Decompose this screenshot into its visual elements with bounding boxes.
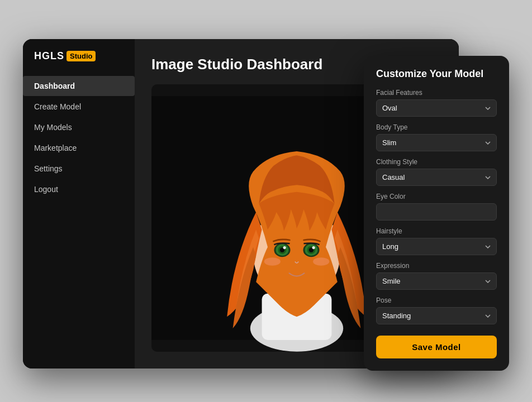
svg-point-15 bbox=[264, 257, 281, 266]
save-model-button[interactable]: Save Model bbox=[376, 336, 497, 358]
sidebar-item-logout[interactable]: Logout bbox=[23, 179, 135, 199]
expression-label: Expression bbox=[376, 262, 497, 270]
sidebar-item-create-model[interactable]: Create Model bbox=[23, 97, 135, 117]
eye-color-group: Eye Color bbox=[376, 193, 497, 221]
sidebar-item-settings[interactable]: Settings bbox=[23, 159, 135, 179]
hairstyle-group: Hairstyle Long Short Medium Curly Straig… bbox=[376, 227, 497, 255]
logo-area: HGLS Studio bbox=[23, 50, 135, 75]
body-type-label: Body Type bbox=[376, 123, 497, 131]
clothing-style-label: Clothing Style bbox=[376, 158, 497, 166]
svg-point-16 bbox=[313, 257, 329, 266]
facial-features-select[interactable]: Oval Round Square Heart Diamond bbox=[376, 99, 497, 117]
hairstyle-select[interactable]: Long Short Medium Curly Straight bbox=[376, 238, 497, 255]
sidebar-item-marketplace[interactable]: Marketplace bbox=[23, 138, 135, 158]
eye-color-label: Eye Color bbox=[376, 193, 497, 200]
expression-group: Expression Smile Neutral Sad Surprised A… bbox=[376, 262, 497, 290]
body-type-group: Body Type Slim Athletic Curvy Petite bbox=[376, 123, 497, 151]
facial-features-group: Facial Features Oval Round Square Heart … bbox=[376, 89, 497, 117]
clothing-style-select[interactable]: Casual Formal Sporty Fantasy bbox=[376, 169, 497, 186]
nav-list: Dashboard Create Model My Models Marketp… bbox=[23, 76, 135, 199]
svg-point-13 bbox=[283, 246, 286, 249]
sidebar-item-dashboard[interactable]: Dashboard bbox=[23, 76, 135, 96]
pose-label: Pose bbox=[376, 296, 497, 304]
eye-color-input[interactable] bbox=[376, 203, 497, 221]
svg-point-14 bbox=[312, 246, 315, 249]
sidebar: HGLS Studio Dashboard Create Model My Mo… bbox=[23, 39, 135, 368]
sidebar-item-my-models[interactable]: My Models bbox=[23, 117, 135, 137]
logo-studio: Studio bbox=[66, 51, 96, 61]
pose-select[interactable]: Standing Sitting Walking Running bbox=[376, 307, 497, 324]
pose-group: Pose Standing Sitting Walking Running bbox=[376, 296, 497, 324]
customize-panel: Customize Your Model Facial Features Ova… bbox=[364, 56, 509, 371]
clothing-style-group: Clothing Style Casual Formal Sporty Fant… bbox=[376, 158, 497, 186]
expression-select[interactable]: Smile Neutral Sad Surprised Angry bbox=[376, 272, 497, 290]
customize-title: Customize Your Model bbox=[376, 68, 497, 80]
facial-features-label: Facial Features bbox=[376, 89, 497, 97]
hairstyle-label: Hairstyle bbox=[376, 227, 497, 235]
logo-hgls: HGLS bbox=[34, 50, 64, 62]
body-type-select[interactable]: Slim Athletic Curvy Petite bbox=[376, 134, 497, 151]
